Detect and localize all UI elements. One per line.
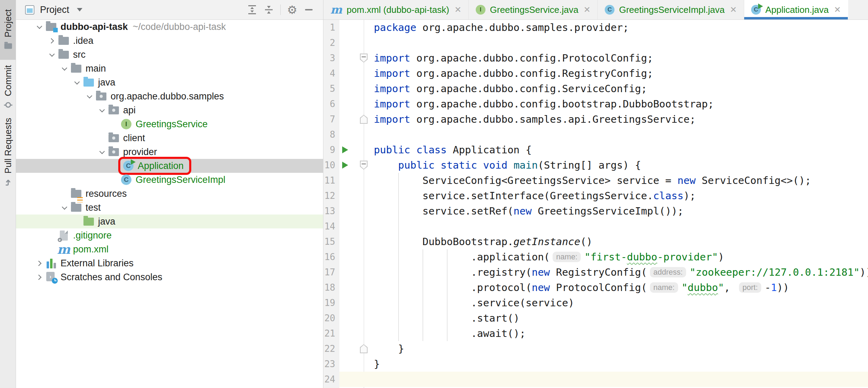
code-line-24: 24 [323,372,868,387]
code-text: import org.apache.dubbo.samples.api.Gree… [364,112,868,127]
panel-title: Project [40,5,69,15]
tree-item-greetingsserviceimpl[interactable]: CGreetingsServiceImpl [16,173,323,187]
tree-item-dubbo-api-task[interactable]: dubbo-api-task~/code/dubbo-api-task [16,20,323,34]
code-line-18: 18 .protocol(new ProtocolConfig(name:"du… [323,280,868,295]
stripe-tab-project[interactable]: Project [0,0,16,60]
parameter-hint: name: [650,282,678,293]
tree-item-gitignore[interactable]: .gitignore [16,228,323,242]
tree-expanded-chevron[interactable] [33,21,45,33]
gutter-icons [339,234,364,249]
code-text: .start() [364,310,868,326]
hide-panel-button[interactable] [303,4,315,16]
collapse-all-button[interactable] [263,4,275,16]
token: " [718,282,724,293]
close-icon[interactable]: ✕ [455,6,461,14]
editor-tab-greetingsserviceimpl-java[interactable]: CGreetingsServiceImpl.java✕ [598,0,744,19]
tree-item-scratches-and-consoles[interactable]: ›Scratches and Consoles [16,270,323,284]
run-button[interactable] [342,146,348,153]
tree-item-client[interactable]: client [16,131,323,145]
line-number: 17 [323,265,339,280]
tree-expanded-chevron[interactable] [46,49,58,60]
tree-item-main[interactable]: main [16,62,323,75]
tree-item-test[interactable]: test [16,201,323,215]
pull-request-icon [3,178,13,187]
code-line-16: 16 .application(name:"first-dubbo-provid… [323,249,868,265]
token: import [374,67,410,79]
code-line-8: 8 [323,127,868,142]
line-number: 3 [323,50,339,66]
close-icon[interactable]: ✕ [730,6,737,14]
ignored-file-icon [58,229,70,241]
code-editor[interactable]: 1package org.apache.dubbo.samples.provid… [323,20,868,388]
settings-button[interactable]: ⚙ [286,4,298,16]
tree-expanded-chevron[interactable] [58,202,70,213]
token: .start() [374,312,520,324]
chevron-down-icon [74,79,80,84]
tree-expanded-chevron[interactable] [58,63,70,74]
tree-no-chevron [108,118,120,130]
run-overlay-icon [131,159,136,165]
code-text: import org.apache.dubbo.config.RegistryC… [364,66,868,81]
tree-item-resources[interactable]: resources [16,187,323,201]
gear-icon: ⚙ [287,4,297,16]
close-icon[interactable]: ✕ [834,6,841,14]
stripe-tab-pull-requests[interactable]: Pull Requests [0,122,16,182]
gutter-icons [339,66,364,81]
tree-item-label: dubbo-api-task [61,22,128,32]
tree-item-label: api [123,105,136,116]
code-line-4: 4import org.apache.dubbo.config.Registry… [323,66,868,81]
interface-icon: I [120,118,132,130]
expand-all-button[interactable] [246,4,258,16]
tree-expanded-chevron[interactable] [96,104,108,116]
token: org.apache.dubbo.config.bootstrap.DubboB… [410,98,714,110]
stripe-tab-commit[interactable]: Commit [0,62,16,113]
chevron-down-icon[interactable] [77,8,82,11]
line-number: 19 [323,295,339,310]
gutter-icons [339,35,364,50]
tree-item-api[interactable]: api [16,103,323,117]
tree-expanded-chevron[interactable] [83,90,95,102]
tree-item-external-libraries[interactable]: External Libraries [16,256,323,270]
gutter-icons [339,173,364,188]
tree-no-chevron [96,132,108,144]
editor-tab-application-java[interactable]: CApplication.java✕ [744,0,848,19]
token: Application { [447,144,532,156]
token: import [374,98,410,110]
tree-expanded-chevron[interactable] [71,76,83,88]
tree-item-pom-xml[interactable]: mpom.xml [16,242,323,256]
tree-item-application[interactable]: CApplication [16,159,323,173]
line-number: 10 [323,157,339,173]
token: , [724,282,736,293]
tree-collapsed-chevron[interactable] [33,271,45,283]
editor-tab-pom-xml-dubbo-api-task[interactable]: mpom.xml (dubbo-api-task)✕ [323,0,469,19]
code-line-21: 21 .await(); [323,326,868,341]
tree-item-java[interactable]: java [16,215,323,228]
tree-item-label: pom.xml [73,244,108,255]
tree-item-org-apache-dubbo-samples[interactable]: org.apache.dubbo.samples [16,89,323,103]
token: .protocol( [374,282,532,293]
run-button[interactable] [342,162,348,169]
project-tree[interactable]: dubbo-api-task~/code/dubbo-api-task.idea… [16,20,323,388]
code-line-15: 15 DubboBootstrap.getInstance() [323,234,868,249]
tree-collapsed-chevron[interactable] [46,35,58,47]
code-line-20: 20 .start() [323,310,868,326]
line-number: 11 [323,173,339,188]
tree-expanded-chevron[interactable] [96,146,108,158]
token: )) [860,266,868,278]
code-text: service.setInterface(GreetingsService.cl… [364,188,868,203]
close-icon[interactable]: ✕ [584,6,590,14]
tree-item-greetingsservice[interactable]: IGreetingsService [16,117,323,131]
line-number: 8 [323,127,339,142]
chevron-down-icon [87,93,92,98]
tree-item-src[interactable]: src [16,48,323,62]
interface-icon: I [476,5,485,15]
token: GreetingsServiceImpl()); [532,205,684,217]
gutter-icons [339,326,364,341]
code-text: DubboBootstrap.getInstance() [364,234,868,249]
editor-tab-greetingsservice-java[interactable]: IGreetingsService.java✕ [469,0,598,19]
tree-item-java[interactable]: java [16,75,323,89]
token: new [514,205,532,217]
tree-item-idea[interactable]: .idea [16,34,323,48]
editor-tab-label: pom.xml (dubbo-api-task) [347,5,449,15]
tree-collapsed-chevron[interactable] [33,257,45,269]
